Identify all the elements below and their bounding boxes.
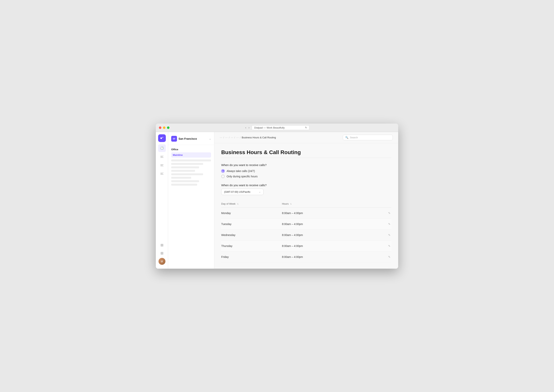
nav-placeholder-4 [171, 170, 195, 172]
table-row: Tuesday 8:00am – 4:00pm ✎ [221, 218, 391, 230]
table-row: Wednesday 8:00am – 4:00pm ✎ [221, 230, 391, 240]
nav-sidebar: SF San Francisco ⌄ Office Mainline [168, 132, 214, 269]
nav-arrows: ‹ › [245, 126, 250, 130]
icon-sidebar: 🕐 [156, 132, 168, 269]
page-content: Business Hours & Call Routing When do yo… [214, 143, 398, 269]
table-header: Day of Week ⇅ Hours ⇅ [221, 200, 391, 208]
user-avatar[interactable]: U [158, 258, 165, 265]
org-selector[interactable]: SF San Francisco ⌄ [171, 135, 211, 142]
cell-hours: 8:00am – 4:00pm [282, 251, 373, 262]
sidebar-item-mainline[interactable]: Mainline [171, 152, 211, 158]
timezone-chevron-icon: ⌄ [259, 191, 261, 193]
col-header-action [373, 200, 391, 208]
breadcrumb-sep-2: / [229, 136, 230, 139]
org-chevron-icon: ⌄ [209, 137, 211, 140]
table-row: Friday 8:00am – 4:00pm ✎ [221, 251, 391, 262]
breadcrumb-part-4: — [236, 136, 239, 139]
nav-placeholder-group [171, 158, 211, 166]
traffic-lights [159, 126, 169, 129]
dow-sort-icon[interactable]: ⇅ [237, 203, 238, 205]
minimize-button[interactable] [163, 126, 165, 129]
timezone-section: When do you want to receive calls? (GMT-… [221, 183, 391, 195]
cell-action: ✎ [373, 218, 391, 230]
org-name: San Francisco [179, 137, 208, 140]
nav-placeholder-2 [171, 163, 203, 165]
cell-day: Friday [221, 251, 282, 262]
timezone-selector[interactable]: (GMT-07:00) US/Pacific ⌄ [221, 189, 264, 195]
table-row: Thursday 8:00am – 4:00pm ✎ [221, 240, 391, 251]
radio-group-calls: Always take calls (24/7) Only during spe… [221, 169, 391, 178]
radio-option-specific[interactable]: Only during specific hours [221, 175, 391, 178]
section-label: Office [171, 147, 211, 152]
breadcrumb-part-1: — [220, 136, 222, 139]
col-header-hours: Hours ⇅ [282, 200, 373, 208]
radio-option-247[interactable]: Always take calls (24/7) [221, 169, 391, 173]
app-body: 🕐 [156, 132, 398, 269]
cell-day: Monday [221, 208, 282, 218]
cell-action: ✎ [373, 208, 391, 218]
recents-nav-icon[interactable]: 🕐 [158, 144, 166, 152]
radio-label-specific: Only during specific hours [227, 175, 258, 178]
edit-row-button[interactable]: ✎ [388, 255, 391, 259]
square-icon-2[interactable] [158, 250, 165, 257]
forward-arrow[interactable]: › [248, 126, 250, 130]
window-title: Dialpad — Work Beautifully [254, 126, 285, 129]
nav-placeholder-7 [171, 180, 199, 182]
svg-point-1 [162, 137, 163, 138]
radio-circle-specific[interactable] [221, 175, 225, 178]
icon-sidebar-bottom: U [158, 242, 165, 266]
search-box[interactable]: 🔍 [343, 135, 393, 140]
titlebar: ‹ › Dialpad — Work Beautifully ↻ [156, 124, 398, 132]
main-content: — / — / — / — / Business Hours & Call Ro… [214, 132, 398, 269]
hours-sort-icon[interactable]: ⇅ [290, 203, 292, 205]
nav-placeholder-5 [171, 173, 203, 175]
square-icon-1[interactable] [158, 242, 165, 249]
refresh-icon[interactable]: ↻ [305, 126, 307, 129]
edit-row-button[interactable]: ✎ [388, 244, 391, 248]
breadcrumb-part-2: — [225, 136, 228, 139]
edit-row-button[interactable]: ✎ [388, 233, 391, 237]
cell-day: Wednesday [221, 230, 282, 240]
breadcrumb-sep-4: / [240, 136, 241, 139]
close-button[interactable] [159, 126, 161, 129]
back-arrow[interactable]: ‹ [245, 126, 247, 130]
avatar-placeholder: U [158, 258, 165, 265]
app-window: ‹ › Dialpad — Work Beautifully ↻ 🕐 [156, 124, 398, 269]
cell-hours: 8:00am – 4:00pm [282, 218, 373, 230]
nav-placeholder-6 [171, 177, 191, 179]
cell-hours: 8:00am – 4:00pm [282, 240, 373, 251]
schedule-table: Day of Week ⇅ Hours ⇅ Monday 8:00am – [221, 200, 391, 262]
breadcrumb-sep-1: / [223, 136, 224, 139]
titlebar-center: ‹ › Dialpad — Work Beautifully ↻ [245, 125, 309, 130]
timezone-question: When do you want to receive calls? [221, 183, 391, 187]
search-input[interactable] [350, 136, 390, 139]
nav-placeholder-8 [171, 184, 197, 186]
nav-section-office: Office Mainline [168, 145, 214, 187]
nav-icon-4[interactable] [158, 170, 165, 177]
breadcrumb-part-3: — [231, 136, 233, 139]
main-header: — / — / — / — / Business Hours & Call Ro… [214, 132, 398, 143]
table-row: Monday 8:00am – 4:00pm ✎ [221, 208, 391, 218]
app-logo[interactable] [158, 134, 166, 142]
breadcrumb-current: Business Hours & Call Routing [242, 136, 276, 139]
nav-header: SF San Francisco ⌄ [168, 135, 214, 145]
nav-icon-2[interactable] [158, 154, 165, 161]
question-1: When do you want to receive calls? [221, 163, 391, 167]
maximize-button[interactable] [167, 126, 169, 129]
nav-placeholder-group-2 [171, 166, 211, 187]
cell-hours: 8:00am – 4:00pm [282, 230, 373, 240]
cell-action: ✎ [373, 230, 391, 240]
schedule-tbody: Monday 8:00am – 4:00pm ✎ Tuesday 8:00am … [221, 208, 391, 262]
cell-hours: 8:00am – 4:00pm [282, 208, 373, 218]
timezone-value: (GMT-07:00) US/Pacific [224, 190, 251, 193]
nav-icon-3[interactable] [158, 162, 165, 169]
radio-circle-247[interactable] [221, 169, 225, 173]
cell-action: ✎ [373, 251, 391, 262]
edit-row-button[interactable]: ✎ [388, 211, 391, 215]
page-title: Business Hours & Call Routing [221, 149, 391, 155]
org-badge: SF [171, 136, 177, 142]
cell-day: Thursday [221, 240, 282, 251]
icon-sidebar-top: 🕐 [158, 134, 166, 240]
nav-placeholder-1 [171, 160, 211, 161]
edit-row-button[interactable]: ✎ [388, 222, 391, 226]
